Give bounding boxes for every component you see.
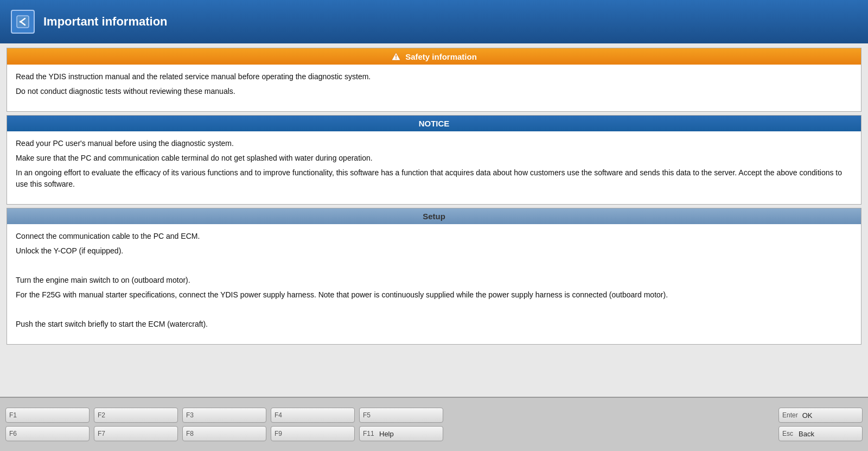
svg-text:!: ! xyxy=(395,54,397,60)
f7-button[interactable]: F7 xyxy=(94,426,178,441)
f6-button[interactable]: F6 xyxy=(5,426,90,441)
f9-button[interactable]: F9 xyxy=(271,426,355,441)
f11-text: Help xyxy=(379,430,443,438)
right-action-buttons: Enter OK Esc Back xyxy=(778,408,863,441)
setup-section: Setup Connect the communication cable to… xyxy=(7,208,861,345)
notice-line-3: In an ongoing effort to evaluate the eff… xyxy=(16,167,852,190)
f9-key-label: F9 xyxy=(271,429,291,439)
setup-line-1: Connect the communication cable to the P… xyxy=(16,231,852,242)
notice-line-1: Read your PC user's manual before using … xyxy=(16,138,852,149)
f3-button[interactable]: F3 xyxy=(182,408,266,423)
notice-section: NOTICE Read your PC user's manual before… xyxy=(7,115,861,205)
f11-help-button[interactable]: F11 Help xyxy=(359,426,443,441)
setup-header: Setup xyxy=(7,208,861,224)
f3-key-label: F3 xyxy=(183,410,202,420)
notice-header: NOTICE xyxy=(7,116,861,131)
svg-rect-1 xyxy=(20,21,21,23)
setup-line-5: For the F25G with manual starter specifi… xyxy=(16,289,852,301)
f8-key-label: F8 xyxy=(183,429,202,439)
main-content: ! Safety information Read the YDIS instr… xyxy=(0,43,868,397)
f2-key-label: F2 xyxy=(94,410,114,420)
esc-key-label: Esc xyxy=(779,429,799,439)
f1-key-label: F1 xyxy=(6,410,25,420)
safety-header: ! Safety information xyxy=(7,48,861,65)
f6-key-label: F6 xyxy=(6,429,25,439)
back-label: Back xyxy=(799,430,862,438)
setup-line-4: Turn the engine main switch to on (outbo… xyxy=(16,275,852,286)
notice-line-2: Make sure that the PC and communication … xyxy=(16,153,852,164)
safety-line-1: Read the YDIS instruction manual and the… xyxy=(16,71,852,82)
setup-line-7: Push the start switch briefly to start t… xyxy=(16,319,852,330)
enter-key-label: Enter xyxy=(779,410,802,420)
notice-header-text: NOTICE xyxy=(419,119,450,128)
f4-key-label: F4 xyxy=(271,410,291,420)
svg-rect-0 xyxy=(17,16,29,28)
safety-header-text: Safety information xyxy=(405,52,477,61)
safety-body: Read the YDIS instruction manual and the… xyxy=(7,65,861,111)
header: Important information xyxy=(0,0,868,43)
setup-line-6 xyxy=(16,304,852,315)
page-title: Important information xyxy=(43,15,168,29)
ok-label: OK xyxy=(802,411,862,420)
safety-line-2: Do not conduct diagnostic tests without … xyxy=(16,86,852,97)
f7-key-label: F7 xyxy=(94,429,114,439)
back-icon xyxy=(11,10,35,34)
ok-button[interactable]: Enter OK xyxy=(778,408,863,423)
setup-body: Connect the communication cable to the P… xyxy=(7,224,861,344)
f2-button[interactable]: F2 xyxy=(94,408,178,423)
f5-key-label: F5 xyxy=(360,410,379,420)
f11-key-label: F11 xyxy=(360,429,379,439)
notice-body: Read your PC user's manual before using … xyxy=(7,131,861,204)
f1-button[interactable]: F1 xyxy=(5,408,90,423)
bottom-bar: F1 F2 F3 F4 F5 F6 xyxy=(0,397,868,451)
f5-button[interactable]: F5 xyxy=(359,408,443,423)
setup-header-text: Setup xyxy=(423,212,445,221)
f8-button[interactable]: F8 xyxy=(182,426,266,441)
setup-line-2: Unlock the Y-COP (if equipped). xyxy=(16,245,852,257)
safety-section: ! Safety information Read the YDIS instr… xyxy=(7,48,861,112)
setup-line-3 xyxy=(16,260,852,271)
f4-button[interactable]: F4 xyxy=(271,408,355,423)
back-button[interactable]: Esc Back xyxy=(778,426,863,441)
